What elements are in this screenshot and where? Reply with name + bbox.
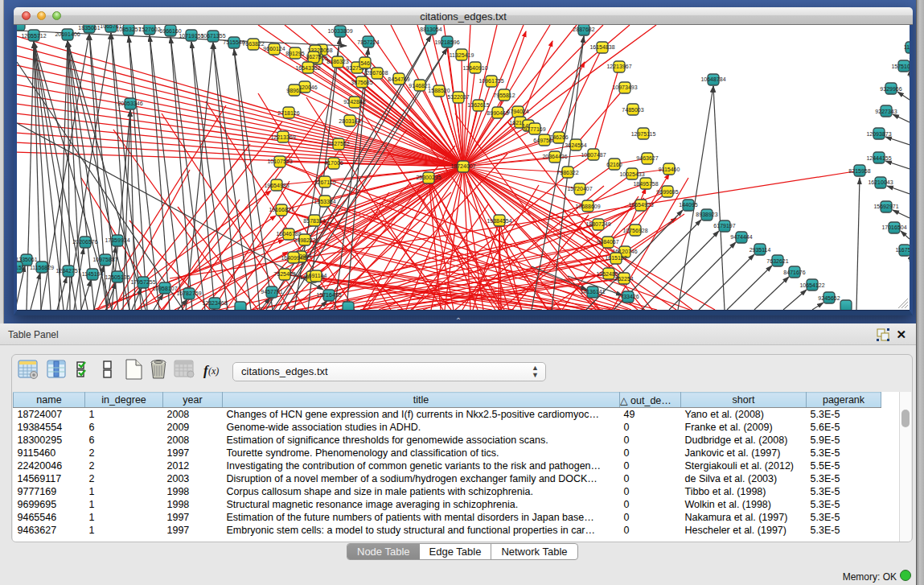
svg-text:11122: 11122 xyxy=(904,44,910,50)
svg-text:19166827: 19166827 xyxy=(269,207,294,212)
svg-text:891295: 891295 xyxy=(285,51,304,56)
svg-text:3498222: 3498222 xyxy=(294,237,315,243)
svg-text:2867608: 2867608 xyxy=(366,70,388,76)
svg-text:18495758: 18495758 xyxy=(633,181,658,187)
svg-text:16543362: 16543362 xyxy=(295,65,320,71)
svg-text:6179197: 6179197 xyxy=(713,223,735,229)
svg-text:9227343: 9227343 xyxy=(875,109,897,114)
svg-text:8578314: 8578314 xyxy=(303,218,325,224)
svg-text:2935114: 2935114 xyxy=(749,247,771,253)
svg-text:15692971: 15692971 xyxy=(873,204,898,209)
svg-text:252254: 252254 xyxy=(614,276,633,282)
svg-text:5322037: 5322037 xyxy=(447,94,469,100)
svg-text:12055712: 12055712 xyxy=(21,33,46,39)
svg-text:18724007: 18724007 xyxy=(450,163,475,169)
svg-text:12444155: 12444155 xyxy=(866,155,891,161)
svg-text:10688609: 10688609 xyxy=(575,204,600,209)
svg-text:20206576: 20206576 xyxy=(72,239,97,245)
svg-text:10853257: 10853257 xyxy=(116,27,141,32)
svg-text:8938923: 8938923 xyxy=(696,212,717,217)
svg-text:1145194: 1145194 xyxy=(82,271,104,277)
svg-text:15720407: 15720407 xyxy=(567,186,592,192)
svg-text:7485003: 7485003 xyxy=(622,107,643,113)
svg-text:1362615: 1362615 xyxy=(467,102,489,108)
svg-text:98961: 98961 xyxy=(286,88,302,93)
svg-text:7663822: 7663822 xyxy=(242,41,264,47)
svg-text:9242848: 9242848 xyxy=(343,99,365,105)
svg-text:10975887: 10975887 xyxy=(92,257,117,262)
svg-text:7625402: 7625402 xyxy=(273,271,295,277)
svg-text:6794024: 6794024 xyxy=(507,109,528,114)
svg-text:12213369: 12213369 xyxy=(270,134,295,140)
svg-text:11156829: 11156829 xyxy=(30,265,54,270)
svg-text:20691406: 20691406 xyxy=(55,31,80,37)
svg-text:12505135: 12505135 xyxy=(105,274,129,280)
svg-text:116753: 116753 xyxy=(896,247,910,253)
svg-text:7955812: 7955812 xyxy=(493,93,515,98)
svg-text:19384554: 19384554 xyxy=(487,218,511,224)
svg-text:8813054: 8813054 xyxy=(420,27,441,32)
svg-text:9329966: 9329966 xyxy=(880,86,901,92)
svg-text:2887682: 2887682 xyxy=(573,27,594,32)
svg-text:1615132: 1615132 xyxy=(605,255,626,261)
svg-text:9427552: 9427552 xyxy=(327,141,349,146)
svg-text:39151: 39151 xyxy=(17,265,25,270)
svg-text:15716485: 15716485 xyxy=(316,292,341,298)
svg-text:9699695: 9699695 xyxy=(656,189,678,195)
svg-text:9463627: 9463627 xyxy=(636,155,658,161)
svg-text:62160: 62160 xyxy=(606,162,622,167)
svg-text:11325419: 11325419 xyxy=(450,52,474,58)
svg-text:12323468: 12323468 xyxy=(202,300,227,306)
svg-text:16154838: 16154838 xyxy=(589,44,614,50)
svg-text:16210043: 16210043 xyxy=(868,179,893,185)
svg-text:17957255: 17957255 xyxy=(130,279,155,285)
svg-text:10033809: 10033809 xyxy=(327,28,352,34)
svg-text:10807487: 10807487 xyxy=(581,152,606,158)
svg-text:9245652: 9245652 xyxy=(818,295,840,301)
svg-text:1691144: 1691144 xyxy=(306,273,327,278)
svg-text:9115460: 9115460 xyxy=(659,167,680,172)
svg-text:19654923: 19654923 xyxy=(628,202,653,208)
svg-text:10648784: 10648784 xyxy=(700,76,725,82)
svg-text:10756928: 10756928 xyxy=(622,228,647,233)
svg-text:9660124: 9660124 xyxy=(263,46,285,51)
svg-text:19218596: 19218596 xyxy=(434,39,459,45)
svg-text:1353364: 1353364 xyxy=(314,199,335,204)
svg-text:10958107: 10958107 xyxy=(152,286,177,291)
svg-text:1733426: 1733426 xyxy=(617,294,639,299)
svg-text:8990448: 8990448 xyxy=(487,110,508,116)
svg-text:8186323: 8186323 xyxy=(326,59,348,64)
svg-text:17359934: 17359934 xyxy=(105,237,129,243)
svg-text:10107553: 10107553 xyxy=(267,159,292,164)
svg-text:3875685: 3875685 xyxy=(351,80,372,85)
svg-text:9457791: 9457791 xyxy=(261,289,282,295)
svg-text:20364436: 20364436 xyxy=(542,154,567,159)
svg-text:16046788: 16046788 xyxy=(276,231,301,237)
svg-text:1588520: 1588520 xyxy=(428,88,450,93)
svg-text:12213967: 12213967 xyxy=(606,64,631,69)
svg-text:17016504: 17016504 xyxy=(881,225,906,230)
svg-text:1835061: 1835061 xyxy=(78,25,100,31)
svg-text:2803144: 2803144 xyxy=(339,118,360,124)
svg-text:7857224: 7857224 xyxy=(357,39,379,45)
svg-text:8215958: 8215958 xyxy=(848,168,870,174)
svg-text:10961755: 10961755 xyxy=(478,78,503,84)
svg-text:12342757: 12342757 xyxy=(55,268,80,274)
svg-text:16782759: 16782759 xyxy=(176,290,201,296)
svg-text:25300235: 25300235 xyxy=(416,175,441,180)
svg-text:7986322: 7986322 xyxy=(556,170,578,175)
svg-text:9777169: 9777169 xyxy=(524,126,545,132)
svg-text:12975115: 12975115 xyxy=(631,131,656,137)
svg-text:144095: 144095 xyxy=(679,202,697,208)
svg-text:20053346: 20053346 xyxy=(117,101,142,106)
svg-text:7632621: 7632621 xyxy=(766,258,788,264)
svg-text:8454749: 8454749 xyxy=(388,76,409,82)
svg-text:417006: 417006 xyxy=(324,160,343,166)
svg-text:2718126: 2718126 xyxy=(277,110,299,116)
svg-text:9474444: 9474444 xyxy=(730,234,752,240)
svg-text:746266: 746266 xyxy=(549,134,568,140)
svg-text:3267110: 3267110 xyxy=(314,179,336,185)
svg-text:12093873: 12093873 xyxy=(866,131,891,137)
svg-text:10025433: 10025433 xyxy=(619,171,644,177)
svg-text:1527602: 1527602 xyxy=(138,27,160,32)
